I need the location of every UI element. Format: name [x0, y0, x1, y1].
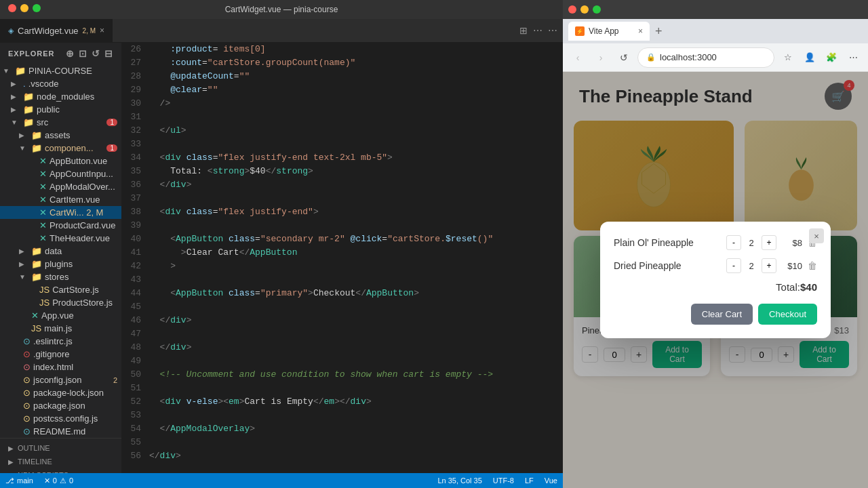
sidebar-item-mainjs[interactable]: ▶ JS main.js [0, 322, 121, 335]
sidebar-item-appcountinput[interactable]: ▶ ✕ AppCountInpu... [0, 167, 121, 180]
close-traffic-light[interactable] [8, 4, 16, 12]
cart-modal-overlay[interactable]: × Plain Ol' Pineapple - 2 + $8 🗑 Dried P… [563, 72, 868, 488]
line-number: 32 [122, 124, 149, 138]
sidebar-item-indexhtml[interactable]: ▶ ⊙ index.html [0, 361, 121, 373]
sidebar-item-vscode[interactable]: ▶ . .vscode [0, 77, 121, 90]
minimize-traffic-light[interactable] [20, 4, 28, 12]
sidebar-item-productstore[interactable]: ▶ JS ProductStore.js [0, 296, 121, 309]
sidebar-item-readme[interactable]: ▶ ⊙ README.md [0, 425, 121, 438]
modal-close-button[interactable]: × [809, 228, 824, 243]
line-content: </div> [149, 314, 563, 327]
address-bar[interactable]: 🔒 localhost:3000 [637, 47, 774, 68]
sidebar-item-cartstore[interactable]: ▶ JS CartStore.js [0, 283, 121, 296]
line-number: 38 [122, 205, 149, 219]
extensions-button[interactable]: 🧩 [822, 48, 841, 67]
outline-section[interactable]: ▶ OUTLINE [0, 441, 121, 455]
sidebar-item-assets[interactable]: ▶ 📁 assets [0, 129, 121, 142]
cart-increase-button[interactable]: + [762, 235, 776, 250]
tab-close-button[interactable]: × [100, 26, 104, 35]
maximize-traffic-light[interactable] [33, 4, 41, 12]
browser-minimize-light[interactable] [580, 5, 589, 14]
sidebar-item-nodemodules[interactable]: ▶ 📁 node_modules [0, 90, 121, 103]
sidebar-item-root[interactable]: ▼ 📁 PINIA-COURSE [0, 64, 121, 77]
cart-item-controls: - 2 + [726, 258, 776, 273]
code-line-47: 47 [122, 327, 563, 341]
sidebar-item-plugins[interactable]: ▶ 📁 plugins [0, 258, 121, 270]
line-content: >Clear Cart</AppButton [149, 246, 563, 260]
cart-decrease-button[interactable]: - [726, 258, 741, 273]
more-options-button[interactable]: ⋯ [844, 48, 863, 67]
line-number: 54 [122, 422, 149, 436]
new-folder-icon[interactable]: ⊡ [79, 48, 87, 59]
sidebar-item-cartitem[interactable]: ▶ ✕ CartItem.vue [0, 193, 121, 206]
sidebar-item-data[interactable]: ▶ 📁 data [0, 245, 121, 258]
collapse-all-icon[interactable]: ⊟ [104, 48, 113, 59]
errors-warnings[interactable]: ✕ 0 ⚠ 0 [44, 476, 73, 485]
split-editor-icon[interactable]: ⊞ [519, 25, 528, 36]
cart-decrease-button[interactable]: - [726, 235, 741, 250]
back-button[interactable]: ‹ [568, 48, 587, 67]
arrow-icon: ▶ [11, 106, 20, 113]
code-editor[interactable]: 26 :product= items[0] 27 :count="cartSto… [122, 43, 563, 473]
item-label: index.html [33, 362, 73, 372]
sidebar-item-public[interactable]: ▶ 📁 public [0, 103, 121, 116]
sidebar-item-appmodaloverlay[interactable]: ▶ ✕ AppModalOver... [0, 180, 121, 193]
sidebar-item-eslint[interactable]: ▶ ⊙ .eslintrc.js [0, 335, 121, 348]
code-line-45: 45 [122, 300, 563, 314]
cart-increase-button[interactable]: + [762, 258, 776, 273]
browser-maximize-light[interactable] [593, 5, 601, 14]
line-content [149, 192, 563, 205]
sidebar-item-src[interactable]: ▼ 📁 src 1 [0, 116, 121, 129]
sidebar-item-productcard[interactable]: ▶ ✕ ProductCard.vue [0, 219, 121, 232]
git-file-icon: ⊙ [23, 349, 31, 359]
window-title: CartWidget.vue — pinia-course [225, 5, 338, 14]
sidebar-item-theheader[interactable]: ▶ ✕ TheHeader.vue [0, 232, 121, 245]
clear-cart-button[interactable]: Clear Cart [691, 304, 753, 325]
new-file-icon[interactable]: ⊕ [66, 48, 75, 59]
branch-name: main [17, 476, 33, 485]
sidebar-item-packagelock[interactable]: ▶ ⊙ package-lock.json [0, 386, 121, 399]
browser-tab-viteapp[interactable]: ⚡ Vite App × [568, 22, 650, 41]
encoding[interactable]: UTF-8 [493, 476, 514, 485]
sidebar-item-package[interactable]: ▶ ⊙ package.json [0, 399, 121, 412]
editor-tabs: ◈ CartWidget.vue 2, M × ⊞ ⋯ ⋯ [0, 19, 563, 43]
js-file-icon: JS [39, 298, 50, 308]
traffic-lights [8, 4, 41, 12]
language-mode[interactable]: Vue [545, 476, 557, 485]
settings-icon[interactable]: ⋯ [533, 25, 542, 36]
sidebar-item-postcss[interactable]: ▶ ⊙ postcss.config.js [0, 412, 121, 425]
line-number: 41 [122, 246, 149, 260]
arrow-icon: ▶ [19, 131, 28, 139]
sidebar-item-components[interactable]: ▼ 📁 componen... 1 [0, 142, 121, 155]
sidebar-item-gitignore[interactable]: ▶ ⊙ .gitignore [0, 348, 121, 361]
more-actions-icon[interactable]: ⋯ [548, 25, 557, 36]
line-ending[interactable]: LF [525, 476, 534, 485]
timeline-section[interactable]: ▶ TIMELINE [0, 455, 121, 468]
new-tab-button[interactable]: + [655, 24, 663, 39]
sidebar-item-stores[interactable]: ▼ 📁 stores [0, 270, 121, 283]
file-explorer-sidebar: EXPLORER ⊕ ⊡ ↺ ⊟ ▼ 📁 PINIA-COURSE ▶ . .v… [0, 43, 122, 473]
explorer-actions: ⊕ ⊡ ↺ ⊟ [66, 48, 113, 59]
line-number: 37 [122, 192, 149, 205]
npmscripts-section[interactable]: ▶ NPM SCRIPTS [0, 468, 121, 473]
sidebar-item-appvue[interactable]: ▶ ✕ App.vue [0, 309, 121, 322]
refresh-button[interactable]: ↺ [614, 48, 633, 67]
sidebar-item-appbutton[interactable]: ▶ ✕ AppButton.vue [0, 155, 121, 167]
forward-button[interactable]: › [591, 48, 610, 67]
sidebar-item-jsconfig[interactable]: ▶ ⊙ jsconfig.json 2 [0, 373, 121, 386]
git-branch[interactable]: ⎇ main [5, 476, 33, 485]
profile-button[interactable]: 👤 [800, 48, 819, 67]
browser-close-light[interactable] [568, 5, 576, 14]
checkout-button[interactable]: Checkout [758, 304, 817, 325]
arrow-icon: ▶ [11, 93, 20, 100]
item-label: src [37, 117, 48, 127]
browser-tab-close[interactable]: × [638, 26, 643, 36]
vue-file-icon: ✕ [39, 220, 47, 230]
json-file-icon: ⊙ [23, 401, 31, 411]
cart-item-delete-button[interactable]: 🗑 [808, 260, 817, 271]
line-col[interactable]: Ln 35, Col 35 [437, 476, 481, 485]
bookmark-button[interactable]: ☆ [778, 48, 797, 67]
refresh-icon[interactable]: ↺ [92, 48, 100, 59]
editor-tab-carwidget[interactable]: ◈ CartWidget.vue 2, M × [0, 19, 113, 42]
sidebar-item-cartwidget[interactable]: ▶ ✕ CartWi... 2, M [0, 206, 121, 219]
